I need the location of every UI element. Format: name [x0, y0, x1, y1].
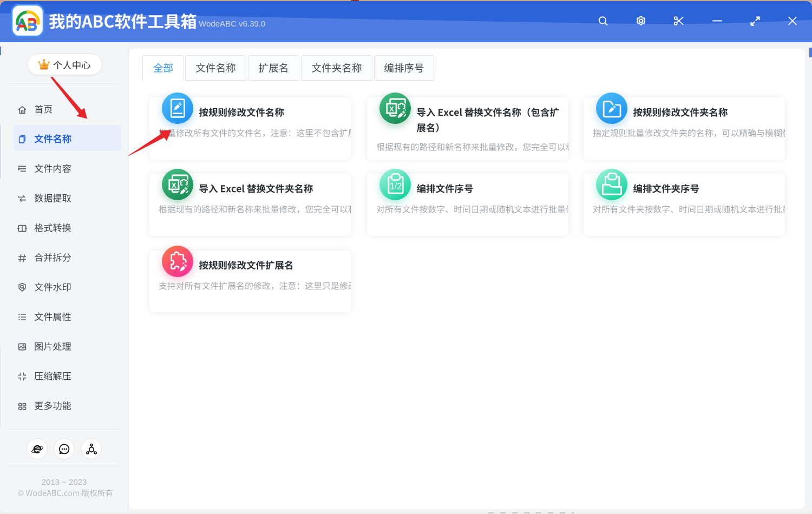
svg-text:X: X: [389, 106, 394, 113]
svg-text:1/2: 1/2: [389, 182, 401, 191]
svg-text:X: X: [172, 182, 176, 189]
